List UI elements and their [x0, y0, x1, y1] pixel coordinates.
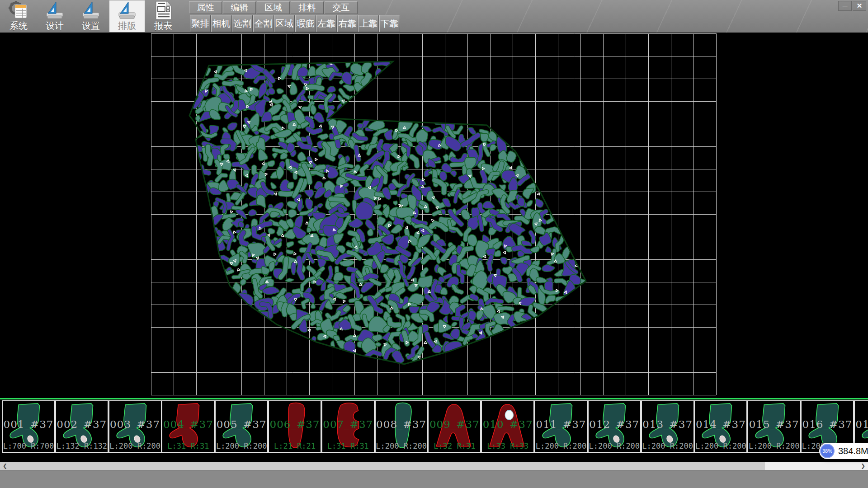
piece-name-label: 012_#37: [589, 418, 640, 430]
mode-button-系统[interactable]: 系统: [1, 0, 36, 32]
piece-name-label: 017_#37: [855, 418, 868, 430]
ruler-icon: [117, 1, 137, 20]
tool-button-下靠[interactable]: 下靠: [379, 15, 400, 32]
piece-thumbnail-003_#37[interactable]: 003_#37L:200 R:200: [108, 400, 162, 453]
piece-name-label: 009_#37: [429, 418, 480, 430]
memory-status-badge: 38% 384.8M: [819, 443, 868, 459]
mode-button-设置[interactable]: 设置: [73, 0, 108, 32]
mode-button-报表[interactable]: 报表: [146, 0, 181, 32]
piece-name-label: 003_#37: [109, 418, 161, 430]
mode-button-label: 设置: [82, 20, 100, 31]
piece-name-label: 008_#37: [376, 418, 427, 430]
mode-button-设计[interactable]: 设计: [37, 0, 72, 32]
menu-tab-区域[interactable]: 区域: [257, 1, 290, 14]
nesting-canvas[interactable]: [0, 33, 868, 398]
tool-button-区域[interactable]: 区域: [274, 15, 295, 32]
piece-thumbnail-014_#37[interactable]: 014_#37L:200 R:200: [694, 400, 747, 453]
status-bar: [0, 470, 868, 488]
scrollbar-thumb[interactable]: [0, 462, 765, 470]
piece-thumbnail-012_#37[interactable]: 012_#37L:200 R:200: [588, 400, 641, 453]
mode-button-排版[interactable]: 排版: [109, 0, 145, 32]
application-window: 系统设计设置排版报表 属性编辑区域排料交互 聚排相机选割全割区域瑕疵左靠右靠上靠…: [0, 0, 868, 488]
horizontal-scrollbar[interactable]: ❮ ❯: [0, 462, 868, 470]
piece-thumbnail-007_#37[interactable]: 007_#37L:31 R:31: [321, 400, 375, 453]
piece-name-label: 002_#37: [56, 418, 108, 430]
menu-tab-交互[interactable]: 交互: [325, 1, 358, 14]
piece-lr-count-label: L:200 R:200: [376, 441, 427, 450]
minimize-button[interactable]: ─: [838, 1, 852, 11]
piece-thumbnail-008_#37[interactable]: 008_#37L:200 R:200: [375, 400, 428, 453]
tool-button-上靠[interactable]: 上靠: [358, 15, 379, 32]
piece-thumbnail-010_#37[interactable]: 010_#37L:33 R:33: [481, 400, 534, 453]
tool-button-瑕疵[interactable]: 瑕疵: [295, 15, 316, 32]
mode-button-label: 系统: [9, 20, 28, 31]
tool-button-选割[interactable]: 选割: [232, 15, 253, 32]
tool-button-右靠[interactable]: 右靠: [337, 15, 358, 32]
main-toolbar: 系统设计设置排版报表 属性编辑区域排料交互 聚排相机选割全割区域瑕疵左靠右靠上靠…: [0, 0, 868, 33]
piece-name-label: 016_#37: [802, 418, 853, 430]
scroll-right-arrow-icon[interactable]: ❯: [859, 462, 867, 470]
piece-thumbnail-strip: 001_#37L:700 R:700002_#37L:132 R:132003_…: [0, 399, 868, 455]
piece-name-label: 007_#37: [322, 418, 374, 430]
piece-lr-count-label: L:200 R:200: [109, 441, 161, 450]
piece-name-label: 013_#37: [642, 418, 693, 430]
mode-button-label: 排版: [118, 20, 136, 31]
tool-button-全割[interactable]: 全割: [253, 15, 274, 32]
piece-name-label: 011_#37: [535, 418, 587, 430]
piece-name-label: 001_#37: [3, 418, 54, 430]
piece-lr-count-label: L:200 R:200: [216, 441, 267, 450]
piece-lr-count-label: L:200 R:200: [748, 441, 800, 450]
mode-button-label: 报表: [154, 20, 172, 31]
piece-thumbnail-004_#37[interactable]: 004_#37L:31 R:31: [161, 400, 215, 453]
piece-name-label: 010_#37: [482, 418, 533, 430]
piece-name-label: 006_#37: [269, 418, 321, 430]
menu-tab-编辑[interactable]: 编辑: [223, 1, 256, 14]
piece-thumbnail-015_#37[interactable]: 015_#37L:200 R:200: [747, 400, 801, 453]
piece-name-label: 005_#37: [216, 418, 267, 430]
piece-thumbnail-002_#37[interactable]: 002_#37L:132 R:132: [55, 400, 108, 453]
ruler-icon: [45, 1, 65, 20]
piece-thumbnail-006_#37[interactable]: 006_#37L:21 R:21: [268, 400, 321, 453]
piece-name-label: 004_#37: [162, 418, 214, 430]
piece-thumbnail-001_#37[interactable]: 001_#37L:700 R:700: [2, 400, 55, 453]
piece-thumbnail-009_#37[interactable]: 009_#37L:32 R:31: [428, 400, 481, 453]
piece-thumbnail-011_#37[interactable]: 011_#37L:200 R:200: [534, 400, 588, 453]
piece-lr-count-label: L:132 R:132: [56, 441, 108, 450]
piece-lr-count-label: L:200 R:200: [535, 441, 587, 450]
piece-lr-count-label: L:31 R:31: [162, 441, 214, 450]
piece-lr-count-label: L:31 R:31: [322, 441, 374, 450]
tool-button-聚排[interactable]: 聚排: [190, 15, 211, 32]
system-gear-icon: [9, 1, 28, 20]
piece-lr-count-label: L:21 R:21: [269, 441, 321, 450]
menu-tab-属性[interactable]: 属性: [189, 1, 222, 14]
piece-thumbnail-005_#37[interactable]: 005_#37L:200 R:200: [215, 400, 268, 453]
piece-lr-count-label: L:32 R:31: [429, 441, 480, 450]
piece-thumbnail-013_#37[interactable]: 013_#37L:200 R:200: [641, 400, 694, 453]
ruler-icon: [81, 1, 101, 20]
memory-percent-indicator: 38%: [820, 444, 835, 458]
scroll-left-arrow-icon[interactable]: ❮: [1, 462, 9, 470]
piece-name-label: 015_#37: [748, 418, 800, 430]
piece-lr-count-label: L:33 R:33: [482, 441, 533, 450]
menu-tab-排料[interactable]: 排料: [291, 1, 324, 14]
tool-button-左靠[interactable]: 左靠: [316, 15, 337, 32]
report-icon: [153, 1, 173, 20]
piece-name-label: 014_#37: [695, 418, 746, 430]
memory-amount-label: 384.8M: [838, 446, 868, 456]
toolbar-texture: [357, 0, 868, 33]
piece-lr-count-label: L:200 R:200: [589, 441, 640, 450]
mode-button-label: 设计: [46, 20, 64, 31]
piece-lr-count-label: L:700 R:700: [3, 441, 54, 450]
tool-button-相机[interactable]: 相机: [211, 15, 232, 32]
piece-lr-count-label: L:200 R:200: [642, 441, 693, 450]
close-button[interactable]: ✕: [853, 1, 866, 11]
piece-lr-count-label: L:200 R:200: [695, 441, 746, 450]
nesting-workspace[interactable]: [0, 33, 868, 398]
